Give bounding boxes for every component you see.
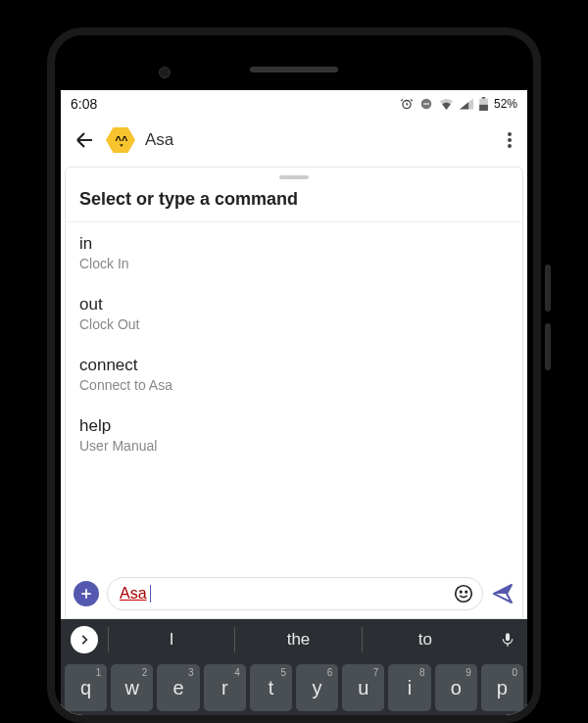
key-w[interactable]: 2w	[111, 664, 153, 711]
svg-point-8	[466, 591, 466, 592]
command-desc: Clock Out	[79, 316, 509, 332]
more-icon-dot	[508, 144, 512, 148]
more-icon-dot	[508, 132, 512, 136]
chat-title: Asa	[145, 130, 173, 150]
key-y[interactable]: 6y	[296, 664, 338, 711]
more-icon-dot	[508, 138, 512, 142]
volume-down-physical	[545, 323, 551, 370]
svg-point-7	[461, 591, 462, 592]
svg-rect-9	[506, 633, 510, 641]
command-item-connect[interactable]: connect Connect to Asa	[66, 344, 522, 405]
screen: 6:08 52%	[61, 90, 527, 715]
status-time: 6:08	[71, 96, 97, 112]
command-item-help[interactable]: help User Manual	[66, 405, 522, 465]
svg-rect-3	[482, 97, 486, 99]
command-item-in[interactable]: in Clock In	[66, 222, 522, 283]
svg-rect-2	[423, 103, 429, 104]
key-q[interactable]: 1q	[65, 664, 107, 711]
add-attachment-button[interactable]	[74, 581, 99, 606]
emoji-icon[interactable]	[453, 583, 474, 604]
panel-title: Select or type a command	[66, 189, 522, 222]
back-icon[interactable]	[73, 128, 96, 152]
voice-input-icon[interactable]	[500, 630, 515, 650]
key-o[interactable]: 9o	[435, 664, 477, 711]
key-r[interactable]: 4r	[204, 664, 246, 711]
suggestion-word[interactable]: I	[108, 627, 234, 652]
command-desc: Clock In	[79, 256, 509, 271]
suggestion-bar: I the to	[61, 619, 527, 660]
bot-avatar: ^˯^	[106, 127, 135, 153]
expand-suggestions-button[interactable]	[71, 626, 98, 653]
command-list: in Clock In out Clock Out connect Connec…	[66, 222, 522, 571]
key-i[interactable]: 8i	[388, 664, 430, 711]
battery-percent: 52%	[494, 97, 517, 111]
compose-bar: Asa	[66, 571, 522, 618]
dnd-icon	[419, 97, 433, 111]
key-t[interactable]: 5t	[250, 664, 292, 711]
soft-keyboard: I the to 1q 2w 3e 4r 5t 6y 7u 8i 9o 0p	[61, 619, 527, 715]
message-input-value: Asa	[120, 585, 147, 602]
text-cursor	[150, 585, 151, 602]
command-item-out[interactable]: out Clock Out	[66, 283, 522, 344]
command-desc: Connect to Asa	[79, 377, 509, 393]
svg-point-6	[456, 586, 472, 602]
phone-speaker	[250, 67, 338, 72]
suggestion-word[interactable]: to	[362, 627, 488, 652]
status-bar: 6:08 52%	[61, 90, 527, 118]
key-u[interactable]: 7u	[342, 664, 384, 711]
volume-up-physical	[545, 265, 551, 312]
key-e[interactable]: 3e	[157, 664, 199, 711]
cell-signal-icon	[460, 98, 473, 110]
status-icons: 52%	[400, 97, 517, 111]
message-input[interactable]: Asa	[107, 577, 483, 610]
send-button[interactable]	[491, 582, 514, 605]
battery-icon	[479, 97, 488, 111]
svg-rect-5	[479, 105, 488, 111]
wifi-icon	[439, 98, 454, 110]
front-camera	[159, 67, 171, 78]
command-name: connect	[79, 356, 509, 375]
keyboard-row-1: 1q 2w 3e 4r 5t 6y 7u 8i 9o 0p	[61, 660, 527, 715]
command-desc: User Manual	[79, 438, 509, 454]
command-name: out	[79, 295, 509, 314]
phone-frame: 6:08 52%	[47, 27, 541, 723]
command-name: in	[79, 234, 509, 254]
alarm-icon	[400, 97, 414, 111]
more-menu-button[interactable]	[500, 122, 519, 158]
command-name: help	[79, 416, 509, 436]
command-panel: Select or type a command in Clock In out…	[65, 167, 523, 619]
key-p[interactable]: 0p	[481, 664, 523, 711]
suggestion-word[interactable]: the	[234, 627, 361, 652]
drag-handle[interactable]	[279, 175, 309, 179]
app-header: ^˯^ Asa	[61, 118, 527, 163]
